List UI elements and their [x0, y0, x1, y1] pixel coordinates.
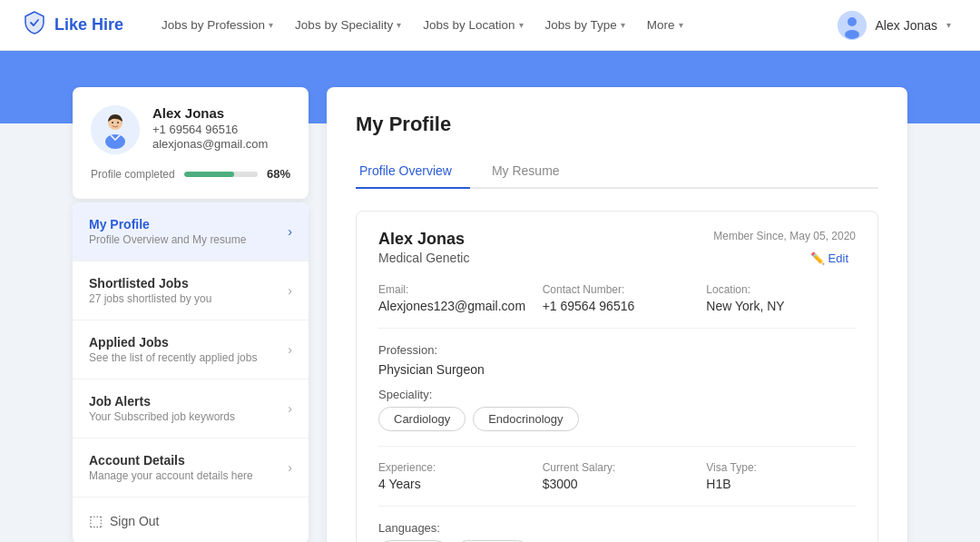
location-value: New York, NY	[706, 299, 856, 313]
speciality-tag-endocrinology: Endocrinology	[473, 407, 578, 431]
chevron-right-icon: ›	[288, 401, 292, 416]
profile-name: Alex Jonas	[152, 105, 268, 121]
main-layout: Alex Jonas +1 69564 96516 alexjonas@gmai…	[0, 123, 980, 542]
salary-value: $3000	[543, 477, 692, 491]
visa-label: Visa Type:	[706, 461, 856, 474]
contact-value: +1 69564 96516	[543, 299, 692, 313]
sidebar-profile-card: Alex Jonas +1 69564 96516 alexjonas@gmai…	[73, 87, 309, 199]
name-profession-block: Alex Jonas Medical Genetic	[378, 230, 469, 265]
visa-value: H1B	[706, 477, 856, 491]
signout-button[interactable]: ⬚ Sign Out	[73, 498, 309, 542]
signout-icon: ⬚	[89, 512, 103, 529]
user-full-name: Alex Jonas	[378, 230, 469, 249]
location-info: Location: New York, NY	[706, 283, 856, 313]
experience-info: Experience: 4 Years	[378, 461, 528, 491]
sidebar-item-title: Account Details	[89, 453, 253, 468]
edit-icon: ✏️	[810, 251, 825, 265]
progress-fill	[184, 172, 234, 177]
profile-phone: +1 69564 96516	[152, 123, 268, 136]
tab-my-resume[interactable]: My Resume	[488, 154, 578, 187]
section-header: Alex Jonas Medical Genetic Member Since,…	[378, 230, 856, 269]
nav-jobs-profession[interactable]: Jobs by Profession ▾	[152, 13, 282, 37]
content-card: My Profile Profile Overview My Resume Al…	[327, 87, 907, 542]
nav-jobs-speciality[interactable]: Jobs by Speciality ▾	[286, 13, 410, 37]
avatar	[91, 105, 140, 154]
signout-label: Sign Out	[110, 514, 159, 528]
sidebar-item-my-profile[interactable]: My Profile Profile Overview and My resum…	[73, 202, 309, 261]
sidebar-item-sub: Manage your account details here	[89, 469, 253, 482]
email-label: Email:	[378, 283, 528, 296]
edit-profile-button[interactable]: ✏️ Edit	[803, 248, 856, 269]
svg-point-7	[117, 122, 119, 123]
nav-more[interactable]: More ▾	[638, 13, 692, 37]
brand-icon	[22, 10, 47, 40]
navbar: Like Hire Jobs by Profession ▾ Jobs by S…	[0, 0, 980, 51]
sidebar-item-job-alerts[interactable]: Job Alerts Your Subscribed job keywords …	[73, 379, 309, 439]
page-title: My Profile	[356, 113, 878, 136]
nav-jobs-location[interactable]: Jobs by Location ▾	[414, 13, 532, 37]
profile-email: alexjonas@gmail.com	[152, 137, 268, 151]
sidebar-item-title: Applied Jobs	[89, 335, 257, 350]
main-content: My Profile Profile Overview My Resume Al…	[327, 87, 907, 542]
speciality-tags: Cardiology Endocrinology	[378, 407, 856, 431]
chevron-right-icon: ›	[288, 224, 292, 239]
profile-completion: Profile completed 68%	[91, 167, 290, 181]
chevron-down-icon: ▾	[397, 20, 401, 30]
chevron-right-icon: ›	[288, 460, 292, 475]
svg-point-5	[105, 134, 125, 149]
profession-value: Physician Surgeon	[378, 362, 856, 377]
chevron-down-icon: ▾	[679, 20, 683, 30]
email-value: Alexjones123@gmail.com	[378, 299, 528, 313]
svg-point-2	[845, 30, 859, 39]
svg-point-1	[848, 17, 857, 26]
contact-label: Contact Number:	[543, 283, 692, 296]
progress-bar	[184, 172, 258, 177]
user-profession-title: Medical Genetic	[378, 251, 469, 265]
user-menu[interactable]: Alex Jonas ▾	[830, 7, 958, 44]
chevron-down-icon: ▾	[519, 20, 524, 30]
sidebar-item-sub: 27 jobs shortlisted by you	[89, 292, 211, 305]
sidebar-item-account-details[interactable]: Account Details Manage your account deta…	[73, 439, 309, 498]
sidebar-menu: My Profile Profile Overview and My resum…	[73, 202, 309, 542]
contact-info-grid: Email: Alexjones123@gmail.com Contact Nu…	[378, 283, 856, 313]
user-name: Alex Jonas	[876, 18, 937, 33]
languages-label: Languages:	[378, 521, 856, 535]
sidebar-item-title: My Profile	[89, 217, 246, 232]
svg-point-6	[112, 122, 113, 123]
profile-info-section: Alex Jonas Medical Genetic Member Since,…	[356, 211, 878, 542]
nav-jobs-type[interactable]: Jobs by Type ▾	[536, 13, 634, 37]
completion-percent: 68%	[267, 167, 290, 181]
chevron-right-icon: ›	[288, 342, 292, 357]
location-label: Location:	[706, 283, 856, 296]
chevron-down-icon: ▾	[621, 20, 625, 30]
profile-header: Alex Jonas +1 69564 96516 alexjonas@gmai…	[91, 105, 290, 154]
profile-info: Alex Jonas +1 69564 96516 alexjonas@gmai…	[152, 105, 268, 151]
experience-label: Experience:	[378, 461, 528, 474]
salary-label: Current Salary:	[543, 461, 692, 474]
speciality-tag-cardiology: Cardiology	[378, 407, 466, 431]
tab-profile-overview[interactable]: Profile Overview	[356, 154, 470, 189]
profession-label: Profession:	[378, 343, 856, 357]
speciality-label: Speciality:	[378, 388, 856, 401]
sidebar-item-title: Shortlisted Jobs	[89, 276, 211, 291]
chevron-right-icon: ›	[288, 283, 292, 298]
nav-items: Jobs by Profession ▾ Jobs by Speciality …	[152, 13, 829, 37]
completion-label: Profile completed	[91, 168, 175, 181]
sidebar-item-applied-jobs[interactable]: Applied Jobs See the list of recently ap…	[73, 320, 309, 379]
contact-info: Contact Number: +1 69564 96516	[543, 283, 692, 313]
experience-value: 4 Years	[378, 477, 528, 491]
visa-info: Visa Type: H1B	[706, 461, 856, 491]
experience-info-grid: Experience: 4 Years Current Salary: $300…	[378, 461, 856, 491]
brand-name: Like Hire	[54, 15, 123, 34]
avatar	[838, 11, 867, 40]
salary-info: Current Salary: $3000	[543, 461, 692, 491]
chevron-down-icon: ▾	[269, 20, 273, 30]
sidebar-item-sub: Profile Overview and My resume	[89, 233, 246, 246]
sidebar: Alex Jonas +1 69564 96516 alexjonas@gmai…	[73, 87, 309, 542]
sidebar-item-sub: See the list of recently applied jobs	[89, 351, 257, 364]
email-info: Email: Alexjones123@gmail.com	[378, 283, 528, 313]
sidebar-item-shortlisted-jobs[interactable]: Shortlisted Jobs 27 jobs shortlisted by …	[73, 261, 309, 320]
sidebar-item-sub: Your Subscribed job keywords	[89, 410, 235, 423]
chevron-down-icon: ▾	[946, 20, 951, 30]
brand-logo[interactable]: Like Hire	[22, 10, 123, 40]
